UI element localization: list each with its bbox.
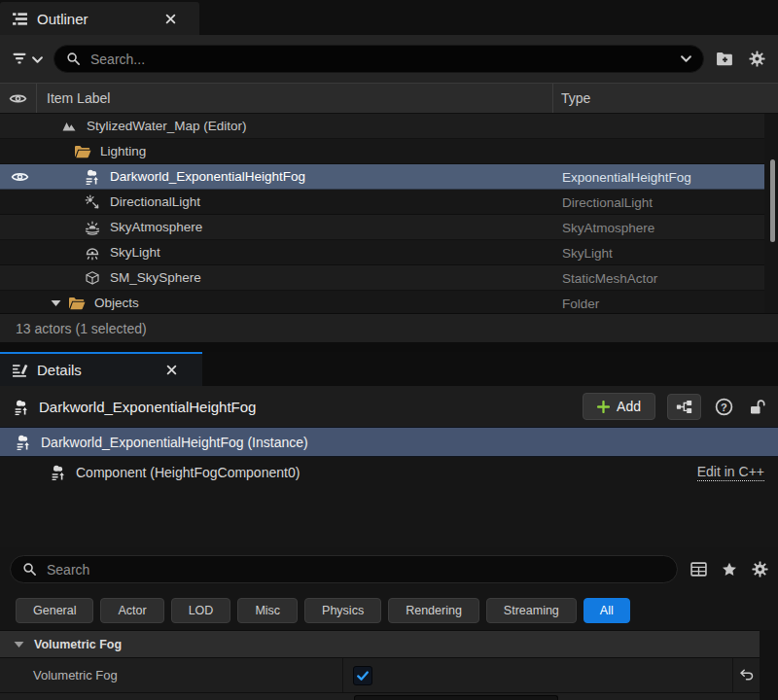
tree-row-label: Lighting xyxy=(100,144,146,158)
tree-row[interactable]: Objects Folder xyxy=(0,291,764,313)
folder-open-icon xyxy=(74,145,91,158)
outliner-search-input[interactable] xyxy=(88,51,673,68)
help-button[interactable]: ? xyxy=(713,396,735,418)
clipped-input-widget xyxy=(354,695,558,700)
static-mesh-icon xyxy=(84,270,101,286)
tree-row-label: Darkworld_ExponentialHeightFog xyxy=(110,169,305,184)
filter-all[interactable]: All xyxy=(584,598,630,623)
eye-icon[interactable] xyxy=(11,170,29,183)
tab-outliner[interactable]: Outliner xyxy=(0,2,199,35)
property-value-cell xyxy=(343,658,732,692)
details-search-box[interactable] xyxy=(10,555,678,583)
gear-icon xyxy=(752,561,768,578)
outliner-toolbar xyxy=(0,35,778,83)
height-fog-icon xyxy=(16,434,31,450)
property-label: Volumetric Fog xyxy=(0,658,343,692)
details-icon xyxy=(12,362,28,378)
details-settings-button[interactable] xyxy=(750,559,770,579)
blueprint-hierarchy-button[interactable] xyxy=(667,394,701,420)
tree-row[interactable]: StylizedWater_Map (Editor) xyxy=(0,114,764,139)
svg-text:?: ? xyxy=(721,401,727,412)
filter-actor[interactable]: Actor xyxy=(100,598,163,623)
filter-physics[interactable]: Physics xyxy=(304,598,381,623)
close-icon[interactable] xyxy=(165,14,176,24)
triangle-down-icon xyxy=(14,641,24,648)
details-empty-area xyxy=(0,487,778,547)
tree-row-type: Folder xyxy=(562,296,599,310)
tree-row-type: ExponentialHeightFog xyxy=(562,169,691,184)
next-property-row-clipped xyxy=(0,693,760,700)
reset-to-default-cell[interactable] xyxy=(732,658,760,692)
hierarchy-icon xyxy=(676,400,692,414)
close-icon[interactable] xyxy=(166,365,177,375)
filter-misc[interactable]: Misc xyxy=(237,598,298,623)
filter-lod[interactable]: LOD xyxy=(171,598,231,623)
tree-row[interactable]: SkyAtmosphere SkyAtmosphere xyxy=(0,215,764,240)
filter-streaming[interactable]: Streaming xyxy=(486,598,577,623)
column-type[interactable]: Type xyxy=(553,84,778,113)
sky-light-icon xyxy=(84,245,101,261)
folder-open-icon xyxy=(68,297,86,310)
filter-rendering[interactable]: Rendering xyxy=(388,598,479,623)
details-tab-title: Details xyxy=(37,362,158,378)
tree-row-type: StaticMeshActor xyxy=(562,270,657,285)
tree-row-label: SM_SkySphere xyxy=(110,270,201,285)
check-icon xyxy=(356,669,370,682)
filter-general[interactable]: General xyxy=(16,598,93,623)
details-search-row xyxy=(0,547,778,591)
outliner-panel: Outliner Item Label Type xyxy=(0,0,778,342)
details-search-input[interactable] xyxy=(45,561,665,578)
favorites-button[interactable] xyxy=(720,560,739,578)
tree-row-content: Objects xyxy=(0,296,139,310)
help-icon: ? xyxy=(715,398,733,416)
tree-row-type: DirectionalLight xyxy=(562,194,653,209)
expander-icon[interactable] xyxy=(51,299,61,307)
level-icon xyxy=(60,119,78,134)
instance-row[interactable]: Darkworld_ExponentialHeightFog (Instance… xyxy=(0,427,778,457)
column-item-label[interactable]: Item Label xyxy=(37,84,553,113)
selected-actor-title: Darkworld_ExponentialHeightFog xyxy=(39,399,573,415)
search-options-chevron-icon[interactable] xyxy=(681,55,691,62)
tree-row[interactable]: SM_SkySphere StaticMeshActor xyxy=(0,265,764,291)
tree-row-label: DirectionalLight xyxy=(110,194,200,209)
tab-details[interactable]: Details xyxy=(0,352,202,386)
display-filter-button[interactable] xyxy=(689,560,709,578)
section-volumetric-fog[interactable]: Volumetric Fog xyxy=(0,630,760,658)
outliner-column-header: Item Label Type xyxy=(0,83,778,114)
grid-icon xyxy=(690,562,707,577)
search-icon xyxy=(22,562,37,577)
outliner-search-box[interactable] xyxy=(53,45,704,73)
outliner-scrollbar-thumb[interactable] xyxy=(770,159,775,242)
component-row[interactable]: Component (HeightFogComponent0) Edit in … xyxy=(0,457,778,487)
add-component-button[interactable]: Add xyxy=(583,393,655,420)
outliner-tab-bar: Outliner xyxy=(0,0,778,35)
tree-row-content: StylizedWater_Map (Editor) xyxy=(0,119,247,134)
instance-label: Darkworld_ExponentialHeightFog (Instance… xyxy=(41,435,308,450)
column-visibility[interactable] xyxy=(0,84,37,113)
plus-icon xyxy=(597,401,610,413)
tree-row[interactable]: SkyLight SkyLight xyxy=(0,240,764,265)
tree-row-content: DirectionalLight xyxy=(0,194,200,210)
gear-icon xyxy=(749,51,765,67)
chevron-down-icon xyxy=(32,56,43,63)
edit-in-cpp-link[interactable]: Edit in C++ xyxy=(697,464,764,481)
tree-row-label: StylizedWater_Map (Editor) xyxy=(87,119,247,133)
outliner-settings-button[interactable] xyxy=(746,48,768,70)
details-panel: Details Darkworld_ExponentialHeightFog A… xyxy=(0,352,778,700)
add-folder-button[interactable] xyxy=(713,48,737,70)
filter-button[interactable] xyxy=(10,49,45,69)
component-label: Component (HeightFogComponent0) xyxy=(76,465,688,480)
volumetric-fog-checkbox[interactable] xyxy=(353,666,372,685)
filter-icon xyxy=(12,52,27,65)
section-title: Volumetric Fog xyxy=(34,638,122,651)
tree-row[interactable]: Lighting xyxy=(0,139,764,164)
tree-row-content: SkyLight xyxy=(0,245,160,261)
tree-row-label: SkyLight xyxy=(110,245,160,260)
lock-button[interactable] xyxy=(747,397,768,417)
tree-row[interactable]: Darkworld_ExponentialHeightFog Exponenti… xyxy=(0,164,764,190)
outliner-tree: StylizedWater_Map (Editor) Lighting Dark… xyxy=(0,114,778,313)
tree-row-label: SkyAtmosphere xyxy=(110,220,202,234)
tree-row-content: Darkworld_ExponentialHeightFog xyxy=(0,168,305,185)
tree-row[interactable]: DirectionalLight DirectionalLight xyxy=(0,190,764,215)
sky-atmosphere-icon xyxy=(84,220,101,235)
